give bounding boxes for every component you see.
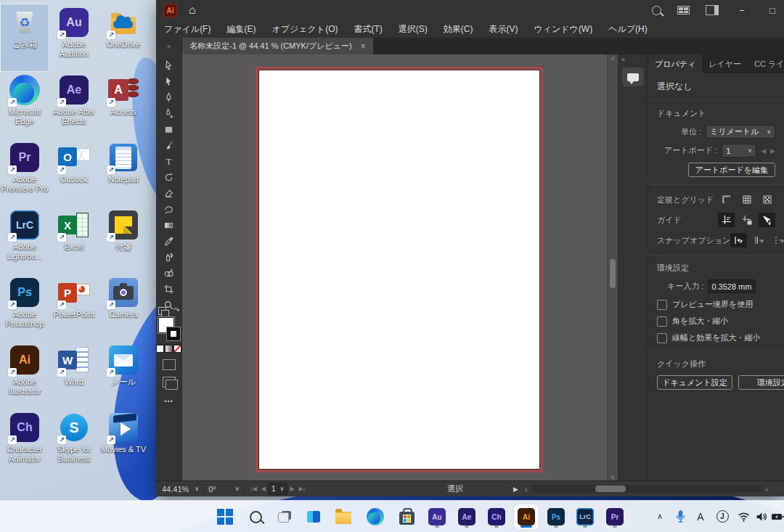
arrange-documents-icon[interactable] (677, 6, 690, 15)
show-guides-button[interactable] (718, 213, 735, 227)
curvature-tool[interactable] (160, 105, 179, 121)
desktop-icon-word[interactable]: W ↗ Word (50, 342, 98, 409)
gradient-tool[interactable] (160, 217, 179, 233)
stroke-swatch[interactable] (167, 327, 180, 340)
status-expand-icon[interactable]: ▶ (513, 486, 518, 493)
file-explorer-button[interactable] (331, 504, 356, 529)
menu-help[interactable]: ヘルプ(H) (600, 20, 656, 38)
menu-view[interactable]: 表示(V) (481, 20, 526, 38)
swap-fill-stroke-icon[interactable]: ↷ (173, 306, 179, 314)
show-rulers-button[interactable] (718, 192, 735, 207)
smart-guides-button[interactable] (759, 213, 775, 227)
task-view-button[interactable] (272, 504, 297, 529)
illustrator-taskbar-button[interactable]: Ai (514, 504, 539, 529)
ime-mode-indicator[interactable]: A (693, 501, 709, 532)
shaper-tool[interactable] (160, 201, 179, 217)
use-preview-bounds-checkbox[interactable] (657, 300, 667, 310)
desktop-icon-after-effects[interactable]: Ae ↗ Adobe After Effects (50, 72, 98, 139)
type-tool[interactable]: T (160, 153, 179, 169)
desktop-icon-microsoft-edge[interactable]: ↗ Microsoft Edge (1, 72, 49, 139)
microsoft-store-button[interactable] (394, 504, 419, 529)
none-swatch[interactable] (173, 345, 181, 353)
desktop-icon-outlook[interactable]: O ↗ Outlook (50, 139, 98, 206)
snap-to-pixel-button[interactable] (771, 233, 784, 247)
tab-properties[interactable]: プロパティ (648, 54, 702, 73)
comments-panel-button[interactable] (622, 67, 644, 86)
widgets-button[interactable] (301, 504, 326, 529)
menu-edit[interactable]: 編集(E) (219, 20, 264, 38)
symbol-sprayer-tool[interactable] (160, 249, 179, 265)
after-effects-taskbar-button[interactable]: Ae (454, 504, 479, 529)
artboard-select[interactable]: 1 ∨ (722, 144, 756, 157)
taskbar-search-button[interactable] (243, 504, 268, 529)
premiere-taskbar-button[interactable]: Pr (603, 504, 627, 529)
gradient-swatch[interactable] (165, 345, 173, 353)
rotate-tool[interactable] (160, 169, 179, 185)
expand-panels-icon[interactable]: « (618, 54, 628, 65)
minimize-button[interactable]: − (735, 5, 749, 16)
edit-toolbar-icon[interactable]: ••• (164, 398, 173, 405)
tab-cc-libraries[interactable]: CC ライブラリ (748, 54, 784, 73)
tab-layers[interactable]: レイヤー (702, 54, 748, 73)
audition-taskbar-button[interactable]: Au (425, 504, 449, 529)
desktop-icon-lightroom[interactable]: LrC ↗ Adobe Lightroo... (1, 207, 49, 274)
rectangle-tool[interactable] (160, 121, 179, 137)
direct-selection-tool[interactable] (160, 73, 179, 89)
color-swatch[interactable] (156, 345, 164, 353)
scroll-down-icon[interactable]: ∨ (608, 474, 618, 480)
next-artboard-icon[interactable]: ▶ (770, 147, 775, 155)
desktop-icon-character-animator[interactable]: Ch ↗ Character Animator (1, 409, 49, 476)
rotation-control[interactable]: 0° ∨ (208, 485, 239, 494)
desktop-icon-adobe-audition[interactable]: Au ↗ Adobe Audition (50, 4, 98, 71)
desktop-icon-powerpoint[interactable]: P ↗ PowerPoint (50, 274, 98, 341)
artboard-tool[interactable] (160, 281, 179, 297)
vertical-scrollbar[interactable]: ∧ ∨ (607, 54, 618, 481)
volume-tray-button[interactable] (754, 501, 769, 532)
start-button[interactable] (213, 504, 237, 529)
selection-tool[interactable] (160, 57, 179, 73)
desktop-icon-premiere-pro[interactable]: Pr ↗ Adobe Premiere Pro (1, 139, 49, 206)
desktop-icon-sticky-notes[interactable]: ↗ 付箋 (99, 207, 147, 274)
unit-select[interactable]: ミリメートル ∨ (706, 125, 775, 139)
scroll-right-icon[interactable]: › (765, 485, 768, 494)
vertical-scroll-thumb[interactable] (610, 259, 616, 288)
desktop-icon-excel[interactable]: X ↗ Excel (50, 207, 98, 274)
scale-strokes-effects-checkbox[interactable] (657, 333, 667, 343)
lock-guides-button[interactable] (738, 213, 755, 227)
snap-to-grid-button[interactable] (751, 233, 767, 247)
character-animator-taskbar-button[interactable]: Ch (484, 504, 509, 529)
photoshop-taskbar-button[interactable]: Ps (544, 504, 568, 529)
desktop-icon-notepad[interactable]: ↗ Notepad (99, 139, 147, 206)
scroll-left-icon[interactable]: ‹ (525, 485, 528, 494)
drawing-modes-icon[interactable] (163, 359, 176, 370)
artboard-number-select[interactable]: 1 ∨ (268, 483, 287, 495)
menu-object[interactable]: オブジェクト(O) (264, 20, 346, 38)
ime-language-indicator[interactable]: J (714, 501, 730, 532)
close-icon[interactable]: × (361, 41, 366, 52)
desktop-icon-recycle-bin[interactable]: ♻ ごみ箱 (1, 4, 49, 71)
edit-artboards-button[interactable]: アートボードを編集 (688, 163, 775, 177)
menu-window[interactable]: ウィンドウ(W) (526, 20, 600, 38)
document-setup-button[interactable]: ドキュメント設定 (657, 375, 732, 390)
last-artboard-icon[interactable]: ▶| (299, 486, 305, 492)
shape-builder-tool[interactable] (160, 265, 179, 281)
scroll-up-icon[interactable]: ∧ (608, 55, 618, 62)
snap-to-point-button[interactable] (730, 233, 747, 247)
artboard[interactable] (258, 70, 540, 470)
first-artboard-icon[interactable]: |◀ (251, 486, 257, 492)
eyedropper-tool[interactable] (160, 233, 179, 249)
preferences-button[interactable]: 環境設定 (738, 375, 784, 390)
desktop-icon-illustrator[interactable]: Ai ↗ Adobe Illustrator (1, 342, 49, 409)
desktop-icon-movies-tv[interactable]: ↗ Movies & TV (99, 409, 147, 476)
transparency-grid-button[interactable] (759, 192, 775, 207)
home-icon[interactable]: ⌂ (189, 4, 196, 16)
desktop-icon-mail[interactable]: ↗ メール (99, 342, 147, 409)
battery-tray-button[interactable] (769, 501, 784, 532)
wifi-tray-button[interactable] (735, 501, 751, 532)
next-artboard-icon[interactable]: ▶ (290, 486, 294, 492)
default-fill-stroke-icon[interactable] (158, 307, 166, 315)
fill-stroke-control[interactable]: ↷ (158, 316, 180, 340)
menu-effect[interactable]: 効果(C) (436, 20, 481, 38)
screen-mode-icon[interactable] (163, 377, 176, 388)
menu-select[interactable]: 選択(S) (391, 20, 436, 38)
